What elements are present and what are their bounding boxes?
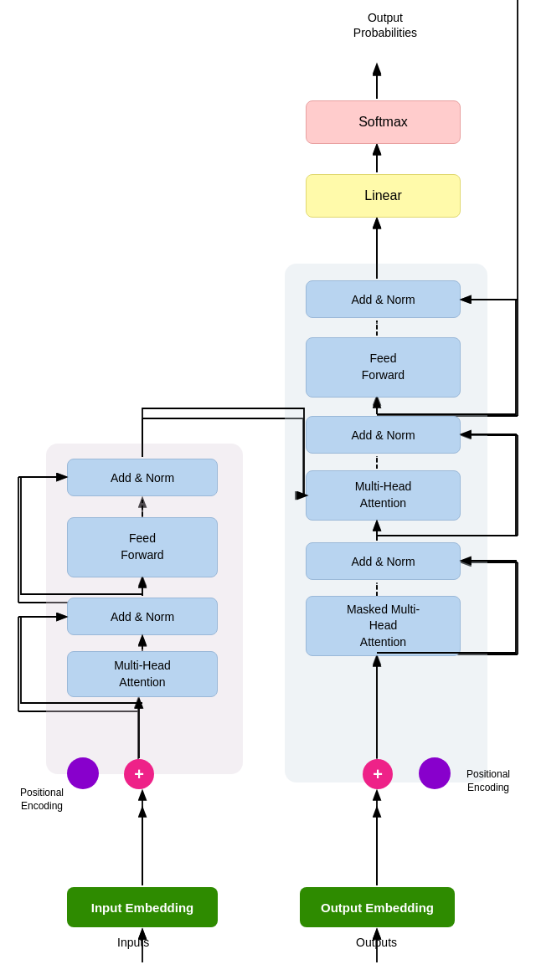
output-embedding-block: Output Embedding — [300, 887, 455, 927]
softmax-block: Softmax — [306, 100, 461, 144]
output-probabilities-label: OutputProbabilities — [327, 10, 444, 40]
encoder-feed-forward: FeedForward — [67, 517, 218, 577]
decoder-add-norm-top: Add & Norm — [306, 280, 461, 318]
encoder-positional-encoding-circle — [67, 757, 99, 789]
decoder-add-norm-mid: Add & Norm — [306, 416, 461, 454]
transformer-diagram: Add & Norm FeedForward Add & Norm Multi-… — [0, 0, 536, 980]
input-embedding-block: Input Embedding — [67, 887, 218, 927]
encoder-plus-circle: + — [124, 759, 154, 789]
decoder-feed-forward: FeedForward — [306, 337, 461, 398]
decoder-add-norm-bot: Add & Norm — [306, 542, 461, 580]
decoder-positional-encoding-circle — [419, 757, 451, 789]
inputs-label: Inputs — [117, 936, 149, 949]
decoder-plus-circle: + — [363, 759, 393, 789]
encoder-add-norm-top: Add & Norm — [67, 459, 218, 496]
decoder-positional-encoding-label: PositionalEncoding — [454, 768, 523, 794]
encoder-multi-head: Multi-HeadAttention — [67, 651, 218, 697]
outputs-label: Outputs — [356, 936, 397, 949]
decoder-masked-multi-head: Masked Multi-HeadAttention — [306, 596, 461, 656]
encoder-add-norm-bot: Add & Norm — [67, 598, 218, 635]
encoder-positional-encoding-label: PositionalEncoding — [12, 787, 72, 813]
decoder-multi-head: Multi-HeadAttention — [306, 470, 461, 521]
linear-block: Linear — [306, 174, 461, 218]
